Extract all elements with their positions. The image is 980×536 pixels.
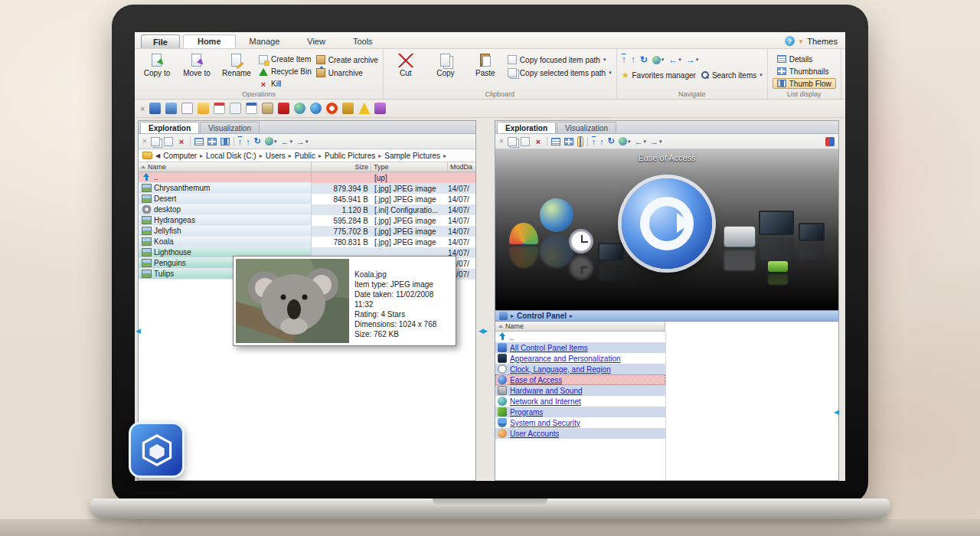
item-link[interactable]: Programs — [510, 408, 543, 417]
table-row[interactable]: Jellyfish 775.702 B [.jpg] JPEG image 14… — [139, 226, 475, 237]
control-panel-row[interactable]: Programs — [495, 407, 665, 417]
item-link[interactable]: .. — [510, 333, 514, 342]
control-panel-row[interactable]: Network and Internet — [495, 396, 665, 407]
control-panel-row[interactable]: Clock, Language, and Region — [495, 364, 665, 374]
paste-button[interactable]: Paste — [468, 51, 503, 89]
breadcrumb-segment[interactable]: Public Pictures — [325, 152, 375, 160]
create-archive-button[interactable]: Create archive — [316, 54, 378, 65]
shortcut-alert-icon[interactable] — [358, 103, 370, 114]
thumbnails-view-icon[interactable] — [564, 138, 573, 145]
shortcut-paint-icon[interactable] — [342, 103, 354, 114]
right-table-header[interactable]: Name — [495, 322, 665, 332]
go-top-button[interactable]: ↑ — [622, 54, 626, 65]
breadcrumb-segment[interactable]: Local Disk (C:) — [206, 152, 256, 160]
delete-icon[interactable]: × — [177, 137, 186, 146]
table-row[interactable]: Hydrangeas 595.284 B [.jpg] JPEG image 1… — [139, 215, 475, 226]
go-up-button[interactable]: ↑ — [631, 54, 635, 65]
copy-icon[interactable] — [151, 137, 160, 146]
column-header-type[interactable]: Type — [371, 162, 448, 172]
tab-home[interactable]: Home — [183, 34, 236, 48]
shortcut-page-icon[interactable] — [230, 103, 241, 114]
shortcut-browser-icon[interactable] — [310, 103, 322, 114]
ease-of-access-thumb[interactable] — [622, 178, 712, 269]
file-menu-button[interactable]: File — [141, 34, 180, 48]
clock-thumb[interactable] — [569, 229, 593, 253]
left-tab-visualization[interactable]: Visualization — [200, 122, 260, 133]
close-tab-icon[interactable]: × — [142, 137, 147, 145]
theme-dropdown-icon[interactable]: ▾ — [799, 38, 803, 45]
name-cell[interactable]: desktop — [139, 204, 312, 215]
shortcut-notes-icon[interactable] — [214, 103, 225, 114]
name-cell[interactable]: Koala — [139, 237, 312, 247]
device-thumb[interactable] — [768, 261, 788, 272]
thumb-flow-view-icon[interactable] — [220, 138, 230, 145]
shortcut-media-icon[interactable] — [374, 103, 386, 114]
copy-button[interactable]: Copy — [428, 51, 463, 89]
computer-thumb[interactable] — [759, 211, 794, 235]
table-row[interactable]: Desert 845.941 B [.jpg] JPEG image 14/07… — [139, 194, 475, 204]
breadcrumb-segment[interactable]: Users — [266, 152, 286, 160]
column-header-size[interactable]: Size — [312, 162, 371, 172]
go-up-icon[interactable]: ↑ — [246, 137, 250, 146]
tab-view[interactable]: View — [293, 34, 339, 48]
shortcut-folder-icon[interactable] — [198, 103, 209, 114]
copy-to-button[interactable]: Copy to — [139, 51, 175, 89]
control-panel-row[interactable]: System and Security — [495, 417, 665, 428]
rename-button[interactable]: Rename — [219, 51, 254, 89]
shortcut-opera-icon[interactable] — [326, 103, 338, 114]
name-cell[interactable]: Chrysanthemum — [139, 183, 312, 194]
item-link[interactable]: Clock, Language, and Region — [510, 365, 611, 374]
column-header-name[interactable]: Name — [139, 162, 312, 172]
table-row[interactable]: desktop 1.120 B [.ini] Configuratio... 1… — [139, 204, 475, 215]
item-link[interactable]: Ease of Access — [510, 376, 562, 384]
details-view-button[interactable]: Details — [773, 54, 836, 64]
right-tab-visualization[interactable]: Visualization — [557, 122, 616, 133]
globe-thumb[interactable] — [540, 198, 573, 232]
name-cell[interactable]: Jellyfish — [139, 226, 312, 237]
move-to-button[interactable]: Move to — [179, 51, 214, 89]
shortcut-drive-icon[interactable] — [165, 103, 177, 114]
color-fan-thumb[interactable] — [509, 223, 538, 244]
copy-selected-path-button[interactable]: Copy selected items path ▾ — [508, 67, 612, 78]
kill-button[interactable]: × Kill — [259, 79, 312, 89]
copy-focused-path-button[interactable]: Copy focused item path ▾ — [508, 54, 612, 65]
shortcut-pdf-icon[interactable] — [278, 103, 289, 114]
name-cell[interactable]: Desert — [139, 194, 312, 204]
control-panel-row[interactable]: All Control Panel Items — [495, 342, 665, 353]
shortcut-archive-icon[interactable] — [262, 103, 273, 114]
breadcrumb-segment[interactable]: Computer — [163, 152, 197, 160]
url-icon[interactable]: ▾ — [619, 137, 631, 145]
unarchive-button[interactable]: Unarchive — [316, 67, 378, 78]
collapse-right-splitter[interactable]: ◀ — [834, 409, 839, 416]
shortcut-calendar-icon[interactable] — [246, 103, 257, 114]
back-icon[interactable]: ←▾ — [635, 137, 647, 146]
item-link[interactable]: User Accounts — [510, 430, 559, 438]
thumb-flow-view-button[interactable]: Thumb Flow — [773, 78, 836, 89]
collapse-left-splitter[interactable]: ◀ — [136, 328, 141, 335]
control-panel-row[interactable]: Ease of Access — [495, 374, 665, 385]
favorites-manager-button[interactable]: ★ Favorites manager — [622, 70, 696, 80]
item-link[interactable]: Appearance and Personalization — [510, 355, 621, 363]
go-top-icon[interactable]: ↑ — [592, 137, 596, 146]
close-toolbar-icon[interactable]: × — [140, 104, 145, 113]
right-tab-exploration[interactable]: Exploration — [497, 122, 556, 133]
open-url-button[interactable]: ▾ — [652, 56, 665, 64]
cut-button[interactable]: Cut — [388, 51, 423, 89]
help-icon[interactable]: ? — [785, 36, 795, 46]
control-panel-row[interactable]: Hardware and Sound — [495, 385, 665, 396]
table-row[interactable]: .. [up] — [139, 172, 475, 183]
tab-tools[interactable]: Tools — [339, 34, 387, 48]
item-link[interactable]: Network and Internet — [510, 397, 581, 406]
go-top-icon[interactable]: ↑ — [238, 137, 243, 146]
tab-manage[interactable]: Manage — [236, 34, 294, 48]
item-link[interactable]: Hardware and Sound — [510, 387, 583, 395]
item-link[interactable]: System and Security — [510, 419, 580, 427]
name-cell[interactable]: Hydrangeas — [139, 215, 312, 226]
themes-menu[interactable]: Themes — [807, 37, 838, 46]
control-panel-row[interactable]: Appearance and Personalization — [495, 353, 665, 364]
name-cell[interactable]: .. — [139, 172, 312, 183]
shortcut-document-icon[interactable] — [181, 103, 193, 114]
control-panel-row[interactable]: User Accounts — [495, 428, 665, 439]
back-button[interactable]: ←▾ — [668, 54, 681, 65]
center-splitter[interactable]: ◀▶ — [479, 328, 486, 335]
